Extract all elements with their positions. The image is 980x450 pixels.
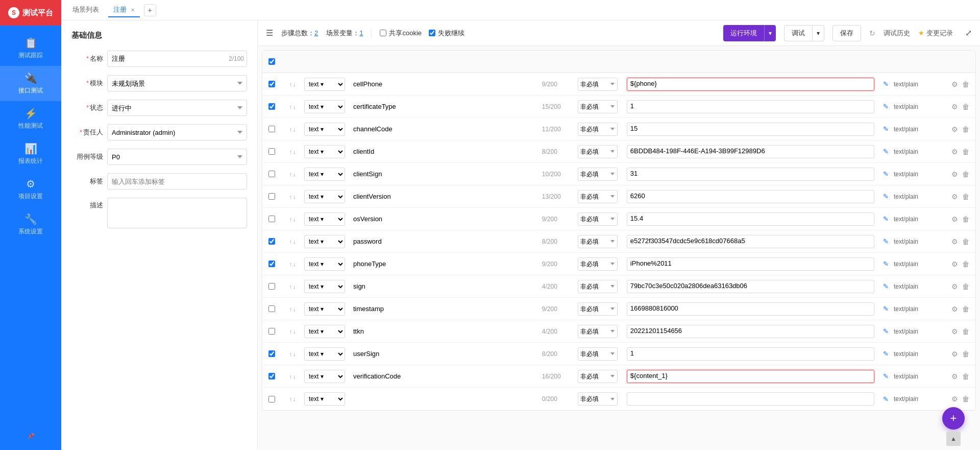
sidebar-item-test-trace[interactable]: 📋 测试跟踪 xyxy=(0,31,61,66)
delete-icon[interactable]: 🗑 xyxy=(962,103,969,111)
edit-icon[interactable]: ✎ xyxy=(883,395,889,403)
continue-checkbox[interactable] xyxy=(429,30,435,36)
delete-icon[interactable]: 🗑 xyxy=(962,193,969,201)
arrow-down-icon[interactable]: ↓ xyxy=(293,351,296,357)
edit-icon[interactable]: ✎ xyxy=(883,80,889,88)
sidebar-item-perf-test[interactable]: ⚡ 性能测试 xyxy=(0,101,61,136)
delete-icon[interactable]: 🗑 xyxy=(962,305,969,313)
row-value[interactable]: 1 xyxy=(627,347,874,361)
debug-main[interactable]: 调试 xyxy=(784,25,812,41)
delete-icon[interactable]: 🗑 xyxy=(962,350,969,358)
required-select[interactable]: 非必填 必填 xyxy=(578,370,618,383)
row-checkbox[interactable] xyxy=(268,238,275,245)
edit-icon[interactable]: ✎ xyxy=(883,103,889,110)
arrow-down-icon[interactable]: ↓ xyxy=(293,306,296,312)
settings-icon[interactable]: ⚙ xyxy=(951,238,958,246)
arrow-up-icon[interactable]: ↑ xyxy=(289,373,292,380)
debug-arrow[interactable]: ▾ xyxy=(812,25,824,41)
save-button[interactable]: 保存 xyxy=(832,25,861,41)
settings-icon[interactable]: ⚙ xyxy=(951,103,958,111)
required-select[interactable]: 非必填 必填 xyxy=(578,123,618,136)
type-select[interactable]: text ▾ xyxy=(304,78,345,91)
required-select[interactable]: 非必填 必填 xyxy=(578,280,618,293)
row-value[interactable]: 6260 xyxy=(627,190,874,203)
history-link[interactable]: 调试历史 xyxy=(884,29,910,38)
scroll-top-button[interactable]: ▲ xyxy=(946,432,961,446)
row-checkbox[interactable] xyxy=(268,396,275,402)
type-select[interactable]: text ▾ xyxy=(304,145,345,158)
edit-icon[interactable]: ✎ xyxy=(883,327,889,335)
type-select[interactable]: text ▾ xyxy=(304,257,345,271)
arrow-down-icon[interactable]: ↓ xyxy=(293,104,296,110)
arrow-down-icon[interactable]: ↓ xyxy=(293,373,296,380)
arrow-down-icon[interactable]: ↓ xyxy=(293,194,296,200)
owner-select[interactable]: Administrator (admin) xyxy=(107,124,247,140)
arrow-up-icon[interactable]: ↑ xyxy=(289,261,292,267)
row-checkbox[interactable] xyxy=(268,148,275,155)
arrow-up-icon[interactable]: ↑ xyxy=(289,216,292,222)
arrow-up-icon[interactable]: ↑ xyxy=(289,149,292,155)
settings-icon[interactable]: ⚙ xyxy=(951,125,958,133)
edit-icon[interactable]: ✎ xyxy=(883,238,889,245)
required-select[interactable]: 非必填 必填 xyxy=(578,78,618,91)
sidebar-item-report[interactable]: 📊 报表统计 xyxy=(0,136,61,172)
row-value[interactable]: 1 xyxy=(627,100,874,113)
edit-icon[interactable]: ✎ xyxy=(883,372,889,380)
run-env-main[interactable]: 运行环境 xyxy=(723,25,764,41)
row-value[interactable]: iPhone%2011 xyxy=(627,257,874,271)
required-select[interactable]: 非必填 必填 xyxy=(578,325,618,338)
tags-input[interactable] xyxy=(107,173,247,190)
settings-icon[interactable]: ⚙ xyxy=(951,260,958,268)
row-value[interactable]: 15.4 xyxy=(627,212,874,226)
delete-icon[interactable]: 🗑 xyxy=(962,170,969,178)
arrow-up-icon[interactable]: ↑ xyxy=(289,81,292,87)
arrow-up-icon[interactable]: ↑ xyxy=(289,239,292,245)
required-select[interactable]: 非必填 必填 xyxy=(578,347,618,361)
delete-icon[interactable]: 🗑 xyxy=(962,125,969,133)
row-checkbox[interactable] xyxy=(268,126,275,132)
arrow-down-icon[interactable]: ↓ xyxy=(293,396,296,402)
delete-icon[interactable]: 🗑 xyxy=(962,327,969,336)
row-checkbox[interactable] xyxy=(268,283,275,290)
type-select[interactable]: text ▾ xyxy=(304,280,345,293)
type-select[interactable]: text ▾ xyxy=(304,302,345,316)
type-select[interactable]: text ▾ xyxy=(304,235,345,248)
row-value[interactable]: ${content_1} xyxy=(627,370,874,383)
arrow-up-icon[interactable]: ↑ xyxy=(289,104,292,110)
edit-icon[interactable]: ✎ xyxy=(883,170,889,178)
fab-button[interactable]: + xyxy=(942,407,965,430)
arrow-down-icon[interactable]: ↓ xyxy=(293,126,296,132)
arrow-up-icon[interactable]: ↑ xyxy=(289,396,292,402)
row-checkbox[interactable] xyxy=(268,216,275,222)
refresh-icon[interactable]: ↻ xyxy=(869,29,875,37)
settings-icon[interactable]: ⚙ xyxy=(951,148,958,156)
row-value[interactable] xyxy=(627,392,874,406)
settings-icon[interactable]: ⚙ xyxy=(951,80,958,88)
required-select[interactable]: 非必填 必填 xyxy=(578,100,618,113)
tab-close-icon[interactable]: ✕ xyxy=(131,7,135,13)
sidebar-pin[interactable]: 📌 xyxy=(27,433,35,450)
desc-textarea[interactable] xyxy=(107,198,247,228)
continue-checkbox-label[interactable]: 失败继续 xyxy=(429,29,464,38)
settings-icon[interactable]: ⚙ xyxy=(951,327,958,336)
settings-icon[interactable]: ⚙ xyxy=(951,305,958,313)
sidebar-item-api-test[interactable]: 🔌 接口测试 xyxy=(0,66,61,101)
row-checkbox[interactable] xyxy=(268,103,275,110)
type-select[interactable]: text ▾ xyxy=(304,123,345,136)
row-checkbox[interactable] xyxy=(268,260,275,267)
expand-icon[interactable]: ⤢ xyxy=(965,28,972,38)
cookie-checkbox[interactable] xyxy=(380,30,386,36)
edit-icon[interactable]: ✎ xyxy=(883,148,889,155)
arrow-up-icon[interactable]: ↑ xyxy=(289,171,292,177)
row-checkbox[interactable] xyxy=(268,328,275,335)
sidebar-item-system[interactable]: 🔧 系统设置 xyxy=(0,207,61,242)
row-checkbox[interactable] xyxy=(268,193,275,200)
required-select[interactable]: 非必填 必填 xyxy=(578,302,618,316)
required-select[interactable]: 非必填 必填 xyxy=(578,212,618,226)
sidebar-item-project[interactable]: ⚙ 项目设置 xyxy=(0,172,61,207)
required-select[interactable]: 非必填 必填 xyxy=(578,257,618,271)
arrow-up-icon[interactable]: ↑ xyxy=(289,306,292,312)
edit-icon[interactable]: ✎ xyxy=(883,305,889,313)
type-select[interactable]: text ▾ xyxy=(304,190,345,203)
run-env-arrow[interactable]: ▾ xyxy=(764,25,776,41)
